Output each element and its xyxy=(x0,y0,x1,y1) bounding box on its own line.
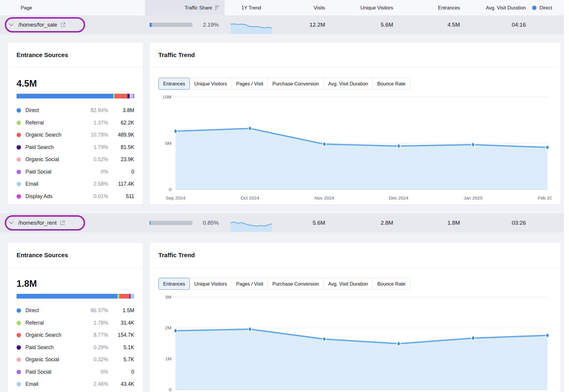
trend-tab-purchase-conversion[interactable]: Purchase Conversion xyxy=(268,278,324,290)
svg-text:Jan 2025: Jan 2025 xyxy=(464,195,483,200)
entrance-source-row[interactable]: Paid Social0%0 xyxy=(17,166,134,178)
source-label: Email xyxy=(25,381,82,387)
source-percent: 1.37% xyxy=(82,120,108,126)
entrance-sources-card: Entrance Sources 1.8M Direct86.37%1.5MRe… xyxy=(7,242,143,392)
svg-text:Dec 2024: Dec 2024 xyxy=(389,195,409,200)
source-value: 43.4K xyxy=(108,381,134,387)
trend-tab-pages-visit[interactable]: Pages / Visit xyxy=(231,78,268,90)
source-value: 154.7K xyxy=(108,332,134,338)
entrance-source-row[interactable]: Referral1.37%62.2K xyxy=(17,117,134,129)
source-percent: 0.32% xyxy=(82,357,108,363)
column-header-avg-visit-duration[interactable]: Avg. Visit Duration xyxy=(467,0,526,15)
stacked-bar-segment xyxy=(130,94,133,98)
column-header-entrances[interactable]: Entrances xyxy=(401,0,460,15)
entrance-source-row[interactable]: Paid Search1.79%81.5K xyxy=(17,141,134,154)
source-color-dot-icon xyxy=(17,308,21,313)
source-label: Paid Social xyxy=(25,169,82,175)
svg-text:Feb 2025: Feb 2025 xyxy=(538,195,552,200)
source-color-dot-icon xyxy=(17,194,21,199)
entrance-source-row[interactable]: Organic Social0.32%5.7K xyxy=(17,354,134,366)
svg-text:10M: 10M xyxy=(163,94,171,99)
source-label: Direct xyxy=(25,307,82,314)
entrance-source-row[interactable]: Paid Social0%0 xyxy=(17,366,134,378)
column-header-visits[interactable]: Visits xyxy=(266,0,325,15)
column-header-unique-visitors[interactable]: Unique Visitors xyxy=(334,0,393,15)
entrance-source-row[interactable]: Direct82.94%3.8M xyxy=(17,104,134,117)
trend-tab-avg-visit-duration[interactable]: Avg. Visit Duration xyxy=(323,278,373,290)
traffic-share-bar xyxy=(150,221,192,225)
unique-visitors-cell: 5.6M xyxy=(334,15,393,34)
trend-tab-entrances[interactable]: Entrances xyxy=(158,278,190,290)
trend-tab-bounce-rate[interactable]: Bounce Rate xyxy=(372,78,410,90)
entrance-sources-stacked-bar xyxy=(17,94,134,98)
source-color-dot-icon xyxy=(17,345,21,350)
trend-tab-pages-visit[interactable]: Pages / Visit xyxy=(231,278,268,290)
trend-tab-purchase-conversion[interactable]: Purchase Conversion xyxy=(268,78,324,90)
trend-tab-avg-visit-duration[interactable]: Avg. Visit Duration xyxy=(323,78,373,90)
column-header-page[interactable]: Page xyxy=(0,0,145,15)
table-row[interactable]: /homes/for_sale 2.19% 12.2M 5.6M 4.5M 04… xyxy=(0,15,564,34)
entrance-source-row[interactable]: Display Ads0%0 xyxy=(17,391,134,392)
source-value: 62.2K xyxy=(108,120,134,126)
source-label: Paid Social xyxy=(25,369,82,375)
source-value: 0 xyxy=(108,169,134,175)
entrances-cell: 4.5M xyxy=(401,15,460,34)
source-color-dot-icon xyxy=(17,321,21,325)
sort-descending-icon[interactable] xyxy=(215,6,219,10)
stacked-bar-segment xyxy=(127,94,129,98)
source-label: Organic Social xyxy=(25,357,82,363)
entrance-source-row[interactable]: Organic Search8.77%154.7K xyxy=(17,329,134,341)
column-header-direct-label: Direct xyxy=(539,5,552,11)
source-color-dot-icon xyxy=(17,145,21,150)
entrance-source-row[interactable]: Paid Search0.29%5.1K xyxy=(17,341,134,354)
entrance-sources-total: 4.5M xyxy=(17,78,134,89)
trend-tab-unique-visitors[interactable]: Unique Visitors xyxy=(189,278,232,290)
external-link-icon[interactable] xyxy=(60,220,65,226)
chevron-down-icon[interactable] xyxy=(9,23,14,26)
column-header-traffic-share-label: Traffic Share xyxy=(184,5,212,11)
traffic-share-value: 0.85% xyxy=(203,220,219,226)
source-color-dot-icon xyxy=(17,108,21,113)
entrance-sources-stacked-bar xyxy=(17,294,134,299)
source-value: 5.7K xyxy=(108,357,134,363)
svg-text:3M: 3M xyxy=(165,294,171,299)
source-color-dot-icon xyxy=(17,333,21,337)
chevron-down-icon[interactable] xyxy=(9,221,14,224)
column-header-traffic-share[interactable]: Traffic Share xyxy=(145,0,225,15)
entrance-source-row[interactable]: Organic Search10.78%489.9K xyxy=(17,129,134,141)
source-percent: 1.78% xyxy=(82,320,108,326)
visits-cell: 12.2M xyxy=(266,15,325,34)
stacked-bar-segment xyxy=(133,94,134,98)
column-header-direct[interactable]: Direct xyxy=(532,0,569,15)
entrance-source-row[interactable]: Email2.58%117.4K xyxy=(17,178,134,190)
visits-cell: 5.6M xyxy=(266,213,325,232)
entrance-source-row[interactable]: Display Ads0.01%511 xyxy=(17,190,134,203)
table-row[interactable]: /homes/for_rent 0.85% 5.6M 2.8M 1.8M 03:… xyxy=(0,213,564,232)
page-link[interactable]: /homes/for_sale xyxy=(18,22,57,28)
source-percent: 82.94% xyxy=(82,107,108,114)
page-link[interactable]: /homes/for_rent xyxy=(18,220,57,226)
source-color-dot-icon xyxy=(17,357,21,362)
entrance-source-row[interactable]: Direct86.37%1.5M xyxy=(17,304,134,317)
trend-tab-bounce-rate[interactable]: Bounce Rate xyxy=(372,278,410,290)
page-cell: /homes/for_rent xyxy=(0,213,145,232)
entrance-source-row[interactable]: Organic Social0.52%23.9K xyxy=(17,153,134,166)
source-value: 81.5K xyxy=(108,144,134,150)
external-link-icon[interactable] xyxy=(60,22,66,27)
source-value: 3.8M xyxy=(108,107,134,114)
source-color-dot-icon xyxy=(17,170,21,174)
traffic-trend-tabs: EntrancesUnique VisitorsPages / VisitPur… xyxy=(158,78,552,90)
entrance-source-row[interactable]: Referral1.78%31.4K xyxy=(17,317,134,329)
svg-text:0: 0 xyxy=(169,187,171,192)
entrances-cell: 1.8M xyxy=(401,213,460,232)
trend-tab-entrances[interactable]: Entrances xyxy=(158,78,190,90)
source-value: 489.9K xyxy=(108,132,134,138)
avg-visit-duration-cell: 03:26 xyxy=(467,213,526,232)
traffic-trend-title: Traffic Trend xyxy=(150,243,561,268)
trend-tab-unique-visitors[interactable]: Unique Visitors xyxy=(189,78,232,90)
entrance-source-row[interactable]: Email2.46%43.4K xyxy=(17,378,134,391)
entrance-sources-total: 1.8M xyxy=(17,278,134,289)
source-value: 0 xyxy=(108,369,134,375)
traffic-trend-chart: 05M10MSep 2024Oct 2024Nov 2024Dec 2024Ja… xyxy=(158,93,552,211)
stacked-bar-segment xyxy=(117,294,119,299)
